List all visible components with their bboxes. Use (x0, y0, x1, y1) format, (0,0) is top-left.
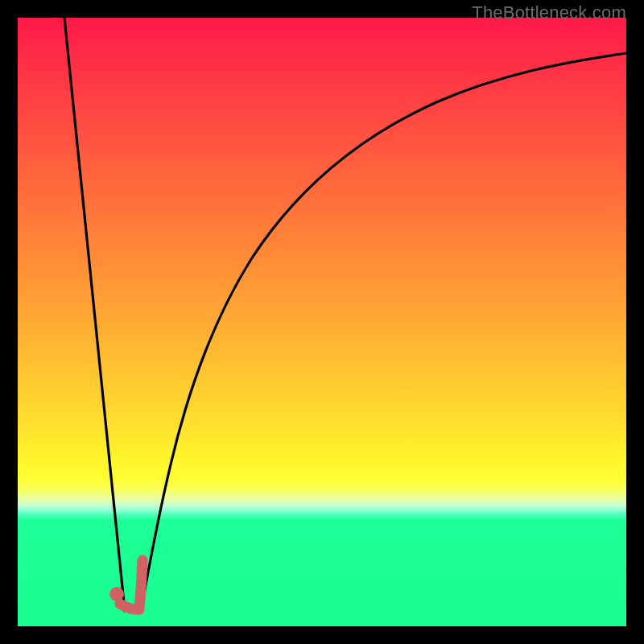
watermark-text: TheBottleneck.com (472, 2, 626, 23)
plot-area (18, 18, 626, 626)
curve-left-descent (64, 18, 125, 611)
curve-right-ascent (141, 53, 626, 611)
tick-mark-horizontal (120, 604, 139, 609)
chart-curves-svg (18, 18, 626, 626)
valley-dot-icon (109, 587, 124, 601)
tick-mark-vertical (139, 560, 142, 609)
